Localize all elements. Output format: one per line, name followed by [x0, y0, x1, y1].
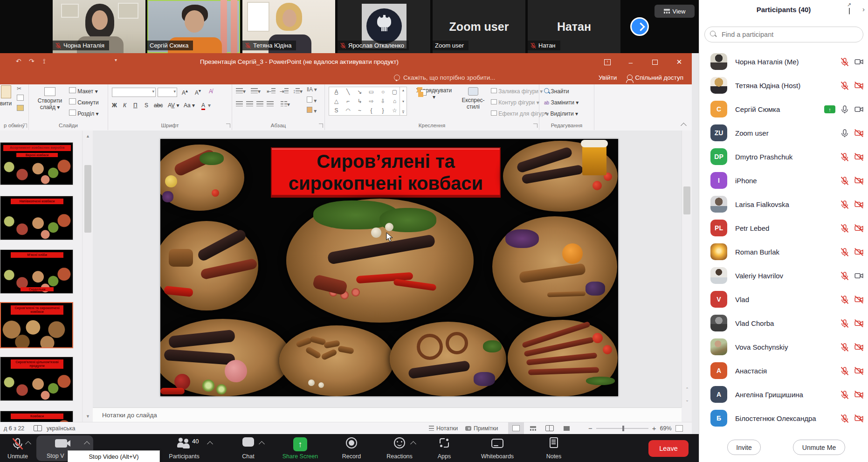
record-button[interactable]: Record — [332, 434, 371, 462]
notes-button[interactable]: Notes — [537, 434, 571, 462]
shadow-button[interactable]: S — [145, 102, 148, 109]
increase-indent-icon[interactable]: ⇥ — [280, 88, 289, 95]
participant-row[interactable]: IiPhone — [699, 169, 868, 193]
quick-styles-button[interactable]: Експрес- стилі — [458, 87, 488, 110]
zoom-slider[interactable] — [596, 428, 648, 429]
participant-row[interactable]: Valeriy Havrilov — [699, 264, 868, 288]
zoom-in-button[interactable]: + — [652, 424, 656, 432]
slide-sorter-view-button[interactable] — [525, 422, 541, 434]
bold-button[interactable]: Ж — [112, 102, 117, 109]
align-right-icon[interactable] — [256, 101, 263, 108]
popout-icon[interactable] — [849, 6, 850, 14]
thumbnail-scrollbar[interactable]: ▲ ▼ — [82, 131, 93, 422]
notes-bar[interactable]: Нотатки до слайда — [93, 407, 682, 422]
view-button[interactable]: View — [654, 5, 695, 18]
font-dialog-launcher[interactable] — [226, 124, 230, 128]
shape-outline-button[interactable]: Контур фігури ▾ — [491, 99, 539, 106]
notes-toggle[interactable]: Нотатки — [429, 422, 458, 434]
change-case-button[interactable]: Aa ▾ — [184, 102, 195, 109]
participant-row[interactable]: ААнастасія — [699, 359, 868, 383]
justify-icon[interactable] — [267, 101, 274, 108]
participant-row[interactable]: Roman Burlak — [699, 240, 868, 264]
font-size-select[interactable] — [158, 88, 177, 97]
find-button[interactable]: Знайти — [544, 88, 569, 95]
spellcheck-icon[interactable] — [34, 422, 42, 434]
new-slide-button[interactable]: Створити слайд ▾ — [35, 87, 64, 110]
video-tile[interactable]: Ярослав Откаленко — [338, 0, 430, 53]
font-color-button[interactable]: А — [201, 102, 205, 110]
collapse-ribbon-icon[interactable] — [681, 123, 687, 129]
participant-row[interactable]: Vlad Chorba — [699, 311, 868, 335]
share-screen-button[interactable]: ↑ Share Screen — [276, 434, 324, 462]
arrange-button[interactable]: Упорядкувати▾ — [412, 87, 456, 100]
participants-button[interactable]: Participants — [158, 434, 210, 462]
text-direction-icon[interactable]: ‖A ▾ — [307, 86, 317, 93]
italic-button[interactable]: К — [123, 102, 126, 109]
clear-formatting-icon[interactable]: A̸ — [209, 88, 213, 95]
next-videos-button[interactable] — [630, 17, 649, 36]
unmute-me-button[interactable]: Unmute Me — [793, 440, 845, 455]
slide-thumbnail[interactable]: М'ясні хлібиСардельки — [0, 249, 73, 294]
copy-icon[interactable] — [17, 95, 24, 102]
fit-to-window-icon[interactable] — [675, 425, 683, 432]
slide-thumbnail[interactable]: Сиров'ялені цільном'язові продукти — [0, 357, 73, 401]
cut-icon[interactable]: ✂ — [17, 85, 21, 92]
participant-row[interactable]: Larisa Fialkovska — [699, 193, 868, 216]
participant-row[interactable]: Vova Sochynskiy — [699, 335, 868, 359]
section-button[interactable]: Розділ ▾ — [69, 110, 99, 117]
comments-toggle[interactable]: Примітки — [465, 422, 498, 434]
strikethrough-button[interactable]: abc — [154, 102, 163, 109]
format-painter-icon[interactable] — [17, 105, 24, 112]
share-button[interactable]: Спільний доступ — [627, 74, 683, 81]
layout-button[interactable]: Макет ▾ — [69, 87, 98, 95]
replace-button[interactable]: ab Замінити ▾ — [544, 99, 579, 106]
zoom-percentage[interactable]: 69% — [660, 425, 672, 432]
slideshow-button[interactable] — [558, 422, 574, 434]
close-button[interactable]: ✕ — [671, 56, 687, 68]
video-tile[interactable]: Тетяна Юдіна — [242, 0, 335, 53]
leave-button[interactable]: Leave — [648, 440, 689, 457]
participant-row[interactable]: PLPetr Lebed — [699, 216, 868, 240]
canvas-scrollbar[interactable]: ⌃ ⌄ — [682, 131, 692, 407]
scrollbar-thumb[interactable] — [683, 186, 690, 214]
decrease-indent-icon[interactable]: ⇤ — [267, 88, 276, 95]
chat-button[interactable]: Chat — [231, 434, 266, 462]
zoom-out-button[interactable]: − — [588, 424, 592, 432]
find-participant-input[interactable] — [704, 27, 863, 42]
reset-button[interactable]: Скинути — [69, 98, 99, 106]
shapes-gallery-scrollbar[interactable]: ▴▾⊽ — [400, 87, 406, 115]
powerpoint-titlebar[interactable]: ↶ ↷ ⟟ ▾ Презентація Сергій_3 - PowerPoin… — [0, 53, 692, 70]
current-slide[interactable]: Сиров’ялені та сирокопчені ковбаси — [160, 139, 618, 396]
numbering-icon[interactable]: ▾ — [251, 88, 261, 95]
participant-row[interactable]: ББілостегнюк Олександра — [699, 407, 868, 430]
unmute-button[interactable]: Unmute — [1, 434, 34, 462]
invite-button[interactable]: Invite — [727, 440, 761, 455]
clipboard-dialog-launcher[interactable] — [23, 124, 27, 128]
bullets-icon[interactable]: ▾ — [236, 88, 246, 95]
drawing-dialog-launcher[interactable] — [533, 124, 537, 128]
participant-row[interactable]: VVlad — [699, 288, 868, 311]
video-tile[interactable]: Сергій Сюмка — [147, 0, 240, 53]
participant-row[interactable]: Чорна Наталія (Me) — [699, 50, 868, 74]
align-left-icon[interactable] — [236, 101, 243, 108]
participant-row[interactable]: CСергій Сюмка↑ — [699, 97, 868, 121]
slide-thumbnail[interactable]: Асортимент ковбасних виробівВарені ковба… — [0, 142, 73, 185]
grow-font-icon[interactable]: A▴ — [182, 88, 188, 96]
slide-thumbnail[interactable]: Напівкопчені ковбаси — [0, 196, 73, 240]
normal-view-button[interactable] — [508, 422, 524, 434]
language-indicator[interactable]: українська — [47, 422, 75, 434]
align-text-icon[interactable]: ▾ — [307, 97, 317, 104]
participant-row[interactable]: ААнгеліна Грищишина — [699, 383, 868, 407]
underline-button[interactable]: П — [133, 102, 138, 109]
close-panel-icon[interactable]: › — [862, 5, 865, 13]
font-color-dropdown[interactable]: ▾ — [208, 102, 211, 109]
sign-in-button[interactable]: Увійти — [599, 74, 617, 81]
participant-row[interactable]: Тетяна Юдіна (Host) — [699, 74, 868, 97]
shrink-font-icon[interactable]: A▾ — [195, 88, 201, 96]
video-tile[interactable]: Чорна Наталія — [53, 0, 145, 53]
scroll-up-icon[interactable]: ▲ — [83, 131, 93, 141]
line-spacing-icon[interactable]: ↕▾ — [293, 88, 303, 95]
restore-button[interactable] — [647, 56, 663, 68]
shapes-gallery[interactable]: A̲╲↘▭○▢ △⌐↳⇨⇩⌂ S◠~{}☆ ▴▾⊽ — [329, 87, 407, 116]
scroll-down-icon[interactable]: ▼ — [83, 412, 93, 421]
